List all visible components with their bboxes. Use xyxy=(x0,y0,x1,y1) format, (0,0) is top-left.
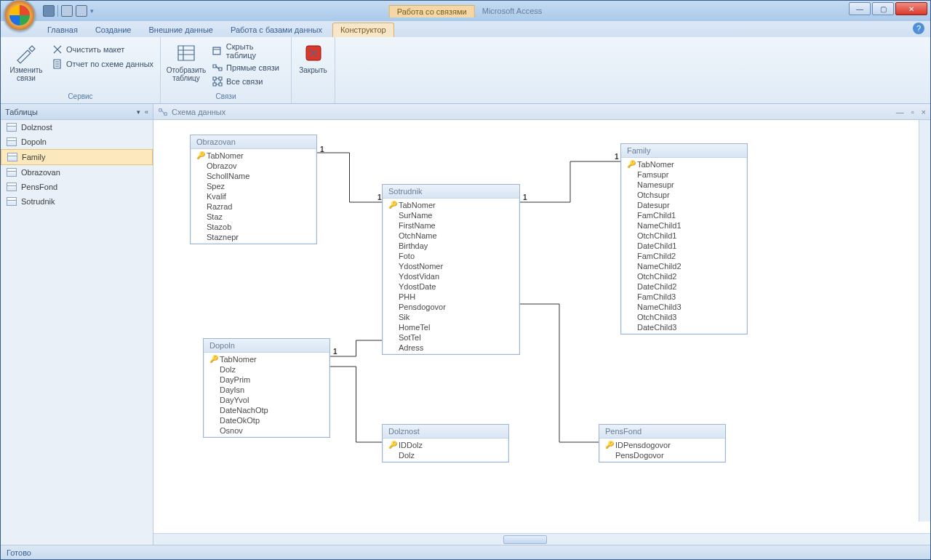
sub-close-icon[interactable]: × xyxy=(922,108,926,116)
field-row[interactable]: DayPrim xyxy=(204,375,329,385)
field-row[interactable]: 🔑TabNomer xyxy=(191,151,316,161)
field-row[interactable]: 🔑IDDolz xyxy=(383,440,508,450)
relationship-report-button[interactable]: Отчет по схеме данных xyxy=(50,57,155,71)
field-row[interactable]: Razrad xyxy=(191,201,316,212)
nav-item-family[interactable]: Family xyxy=(1,149,153,165)
undo-icon[interactable] xyxy=(61,5,73,17)
field-row[interactable]: Sik xyxy=(383,312,519,322)
nav-item-sotrudnik[interactable]: Sotrudnik xyxy=(1,194,153,209)
field-row[interactable]: Adress xyxy=(383,343,519,353)
tab-database[interactable]: Работа с базами данных xyxy=(223,23,329,37)
entity-header[interactable]: Sotrudnik xyxy=(383,185,519,199)
field-row[interactable]: DateNachOtp xyxy=(204,405,329,415)
field-row[interactable]: Stazob xyxy=(191,222,316,232)
close-button[interactable]: ✕ xyxy=(895,2,927,15)
field-row[interactable]: Namesupr xyxy=(621,180,747,190)
field-row[interactable]: DateChild3 xyxy=(621,322,747,332)
entity-dopoln[interactable]: Dopoln🔑TabNomerDolzDayPrimDayIsnDayYvolD… xyxy=(203,338,330,438)
field-row[interactable]: PensDogovor xyxy=(599,450,725,460)
clear-layout-button[interactable]: Очистить макет xyxy=(50,43,155,56)
field-row[interactable]: FirstName xyxy=(383,220,519,231)
help-icon[interactable]: ? xyxy=(913,23,924,34)
entity-obrazovan[interactable]: Obrazovan🔑TabNomerObrazovSchollNameSpezK… xyxy=(190,135,317,244)
field-row[interactable]: YdostNomer xyxy=(383,261,519,271)
field-row[interactable]: Kvalif xyxy=(191,191,316,201)
sub-restore-icon[interactable]: ▫ xyxy=(911,108,914,116)
field-row[interactable]: Birthday xyxy=(383,241,519,251)
nav-item-pensfond[interactable]: PensFond xyxy=(1,180,153,194)
tab-home[interactable]: Главная xyxy=(40,23,85,37)
entity-pensfond[interactable]: PensFond🔑IDPensdogovorPensDogovor xyxy=(599,424,726,463)
redo-icon[interactable] xyxy=(76,5,87,17)
close-design-button[interactable]: Закрыть xyxy=(296,40,330,76)
field-row[interactable]: Foto xyxy=(383,251,519,261)
field-row[interactable]: OtchChild3 xyxy=(621,312,747,322)
sub-minimize-icon[interactable]: — xyxy=(896,108,904,116)
nav-item-obrazovan[interactable]: Obrazovan xyxy=(1,165,153,180)
nav-dropdown-icon[interactable]: ▾ xyxy=(137,108,140,116)
field-row[interactable]: Datesupr xyxy=(621,200,747,210)
field-row[interactable]: DayIsn xyxy=(204,385,329,395)
field-row[interactable]: Dolz xyxy=(383,450,508,460)
field-row[interactable]: 🔑TabNomer xyxy=(383,200,519,210)
field-row[interactable]: NameChild2 xyxy=(621,261,747,271)
field-row[interactable]: DateChild2 xyxy=(621,281,747,292)
tab-external[interactable]: Внешние данные xyxy=(142,23,220,37)
field-row[interactable]: Osnov xyxy=(204,425,329,436)
nav-item-dopoln[interactable]: Dopoln xyxy=(1,135,153,149)
field-row[interactable]: Otchsupr xyxy=(621,190,747,200)
hide-table-button[interactable]: Скрыть таблицу xyxy=(210,41,287,60)
horizontal-scrollbar[interactable] xyxy=(153,533,930,545)
field-row[interactable]: HomeTel xyxy=(383,322,519,332)
field-row[interactable]: YdostDate xyxy=(383,281,519,292)
field-row[interactable]: 🔑TabNomer xyxy=(204,354,329,364)
edit-relations-button[interactable]: Изменить связи xyxy=(5,40,47,84)
field-row[interactable]: Pensdogovor xyxy=(383,302,519,312)
field-row[interactable]: OtchChild1 xyxy=(621,231,747,241)
field-row[interactable]: FamChild3 xyxy=(621,292,747,302)
all-relations-button[interactable]: Все связи xyxy=(210,75,287,88)
field-row[interactable]: SchollName xyxy=(191,171,316,181)
vertical-scrollbar[interactable] xyxy=(919,120,930,521)
field-row[interactable]: Staznepr xyxy=(191,232,316,242)
entity-sotrudnik[interactable]: Sotrudnik🔑TabNomerSurNameFirstNameOtchNa… xyxy=(382,184,520,355)
field-row[interactable]: SurName xyxy=(383,210,519,220)
field-row[interactable]: 🔑TabNomer xyxy=(621,159,747,169)
field-row[interactable]: FamChild1 xyxy=(621,210,747,220)
field-row[interactable]: OtchName xyxy=(383,231,519,241)
field-row[interactable]: NameChild1 xyxy=(621,220,747,231)
field-row[interactable]: Spez xyxy=(191,181,316,191)
field-row[interactable]: NameChild3 xyxy=(621,302,747,312)
entity-dolznost[interactable]: Dolznost🔑IDDolzDolz xyxy=(382,424,509,463)
field-row[interactable]: РНН xyxy=(383,292,519,302)
field-row[interactable]: SotTel xyxy=(383,332,519,343)
maximize-button[interactable]: ▢ xyxy=(872,2,894,15)
entity-header[interactable]: PensFond xyxy=(599,425,725,439)
field-row[interactable]: Famsupr xyxy=(621,169,747,180)
field-row[interactable]: FamChild2 xyxy=(621,251,747,261)
nav-item-dolznost[interactable]: Dolznost xyxy=(1,120,153,135)
show-table-button[interactable]: Отобразить таблицу xyxy=(165,40,207,84)
field-row[interactable]: 🔑IDPensdogovor xyxy=(599,440,725,450)
field-row[interactable]: DayYvol xyxy=(204,395,329,405)
relationships-canvas[interactable]: Obrazovan🔑TabNomerObrazovSchollNameSpezK… xyxy=(153,120,930,533)
field-row[interactable]: DateChild1 xyxy=(621,241,747,251)
nav-collapse-icon[interactable]: « xyxy=(145,108,148,116)
entity-family[interactable]: Family🔑TabNomerFamsuprNamesuprOtchsuprDa… xyxy=(620,143,748,335)
save-icon[interactable] xyxy=(43,5,55,17)
entity-header[interactable]: Family xyxy=(621,144,747,158)
minimize-button[interactable]: — xyxy=(849,2,871,15)
field-row[interactable]: DateOkOtp xyxy=(204,415,329,425)
field-row[interactable]: OtchChild2 xyxy=(621,271,747,281)
nav-header[interactable]: Таблицы ▾ « xyxy=(1,104,153,120)
entity-header[interactable]: Dopoln xyxy=(204,339,329,353)
field-row[interactable]: Dolz xyxy=(204,364,329,375)
field-row[interactable]: Obrazov xyxy=(191,161,316,171)
tab-create[interactable]: Создание xyxy=(88,23,139,37)
field-row[interactable]: YdostVidan xyxy=(383,271,519,281)
qat-dropdown-icon[interactable]: ▾ xyxy=(90,7,94,15)
field-row[interactable]: Staz xyxy=(191,212,316,222)
entity-header[interactable]: Obrazovan xyxy=(191,135,316,149)
direct-relations-button[interactable]: Прямые связи xyxy=(210,61,287,74)
entity-header[interactable]: Dolznost xyxy=(383,425,508,439)
